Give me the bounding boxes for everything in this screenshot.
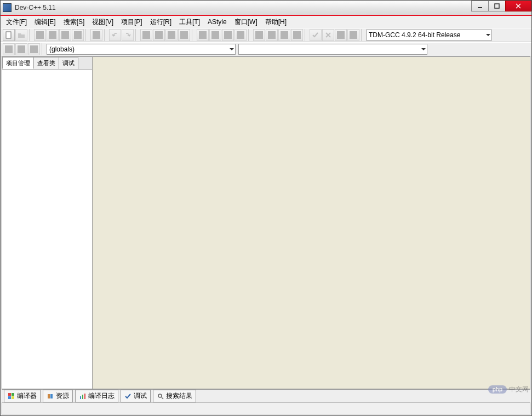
sidebar-tab-debug[interactable]: 调试 [59,57,78,69]
menu-window[interactable]: 窗口[W] [231,16,261,28]
svg-rect-9 [80,396,81,399]
delete-profile-button[interactable] [291,29,303,41]
rebuild-icon [237,31,244,39]
stop-button[interactable] [266,29,278,41]
menu-bar: 文件[F] 编辑[E] 搜索[S] 视图[V] 项目[P] 运行[R] 工具[T… [1,16,531,28]
compiler-icon [8,392,15,400]
menu-edit[interactable]: 编辑[E] [31,16,59,28]
check-button[interactable] [310,29,322,41]
sidebar-tab-project[interactable]: 项目管理 [2,57,34,69]
close-file-icon [74,31,82,39]
print-button[interactable] [90,29,102,41]
compile-button[interactable] [197,29,209,41]
svg-line-13 [162,397,163,399]
menu-project[interactable]: 项目[P] [118,16,146,28]
sidebar: 项目管理 查看类 调试 [2,57,93,389]
svg-rect-3 [8,393,11,396]
debug-icon [255,31,263,39]
new-file-button[interactable] [3,29,15,41]
insert-button[interactable] [15,43,27,55]
menu-search[interactable]: 搜索[S] [60,16,88,28]
application-window: Dev-C++ 5.11 文件[F] 编辑[E] 搜索[S] 视图[V] 项目[… [0,0,532,416]
new-project-button[interactable] [3,43,15,55]
bottom-tab-compile-log-label: 编译日志 [88,391,115,401]
sidebar-tab-classes[interactable]: 查看类 [33,57,59,69]
goto-button[interactable] [178,29,190,41]
toolbar-separator [29,29,32,41]
maximize-icon [494,3,500,9]
run-button[interactable] [209,29,221,41]
save-as-button[interactable] [59,29,71,41]
svg-rect-7 [48,394,50,398]
profile-button[interactable] [278,29,290,41]
svg-point-12 [158,394,162,397]
debug-check-icon [124,392,132,400]
menu-tools[interactable]: 工具[T] [176,16,203,28]
status-bar [2,402,530,414]
toolbar-separator [248,29,251,41]
find-next-icon [168,31,175,39]
find-icon [142,31,150,39]
redo-button[interactable] [122,29,134,41]
minimize-icon [477,3,483,9]
chevron-down-icon [486,34,490,36]
svg-rect-6 [12,396,14,399]
window-title: Dev-C++ 5.11 [15,4,56,11]
compiler-selector[interactable]: TDM-GCC 4.9.2 64-bit Release [366,30,492,41]
watermark-text: 中文网 [509,385,529,394]
svg-rect-11 [84,394,85,399]
profile-icon [281,31,288,39]
save-button[interactable] [34,29,46,41]
undo-icon [111,31,119,39]
bottom-tab-compile-log[interactable]: 编译日志 [75,390,118,402]
goto-icon [180,31,188,39]
close-button[interactable] [505,1,531,11]
delete-profile-icon [293,31,301,39]
cancel-button[interactable] [322,29,334,41]
tool2-button[interactable] [347,29,359,41]
toolbar-separator [305,29,308,41]
search-icon [157,392,164,400]
chevron-down-icon [230,48,234,50]
svg-rect-1 [495,4,499,8]
save-as-icon [61,31,69,39]
toolbar-separator [42,43,45,55]
scope-selector[interactable]: (globals) [47,44,236,55]
open-icon [18,31,25,39]
bookmark-button[interactable] [28,43,40,55]
bottom-tab-compiler[interactable]: 编译器 [4,390,41,402]
save-all-button[interactable] [47,29,59,41]
undo-button[interactable] [109,29,121,41]
find-button[interactable] [140,29,152,41]
compile-run-icon [224,31,232,39]
menu-view[interactable]: 视图[V] [89,16,117,28]
bottom-tab-search-results[interactable]: 搜索结果 [153,390,196,402]
menu-file[interactable]: 文件[F] [3,16,30,28]
bottom-tab-resources[interactable]: 资源 [43,390,73,402]
bottom-tab-debug[interactable]: 调试 [121,390,151,402]
maximize-button[interactable] [488,1,506,11]
debug-button[interactable] [253,29,265,41]
toolbar-separator [104,29,107,41]
compile-log-icon [79,392,87,400]
open-button[interactable] [15,29,27,41]
minimize-button[interactable] [471,1,489,11]
compile-run-button[interactable] [222,29,234,41]
menu-astyle[interactable]: AStyle [204,17,230,27]
new-project-icon [5,45,13,53]
svg-rect-8 [50,394,53,398]
bottom-tab-search-results-label: 搜索结果 [166,391,192,401]
close-file-button[interactable] [72,29,84,41]
bookmark-icon [30,45,38,53]
menu-help[interactable]: 帮助[H] [262,16,290,28]
bottom-panel-tabs: 编译器 资源 编译日志 调试 搜索结果 [2,389,530,402]
app-icon [3,3,12,12]
replace-icon [155,31,163,39]
replace-button[interactable] [153,29,165,41]
member-selector[interactable] [238,44,427,55]
stop-icon [268,31,276,39]
rebuild-button[interactable] [234,29,247,41]
tool1-button[interactable] [335,29,347,41]
find-next-button[interactable] [165,29,178,41]
menu-run[interactable]: 运行[R] [147,16,175,28]
